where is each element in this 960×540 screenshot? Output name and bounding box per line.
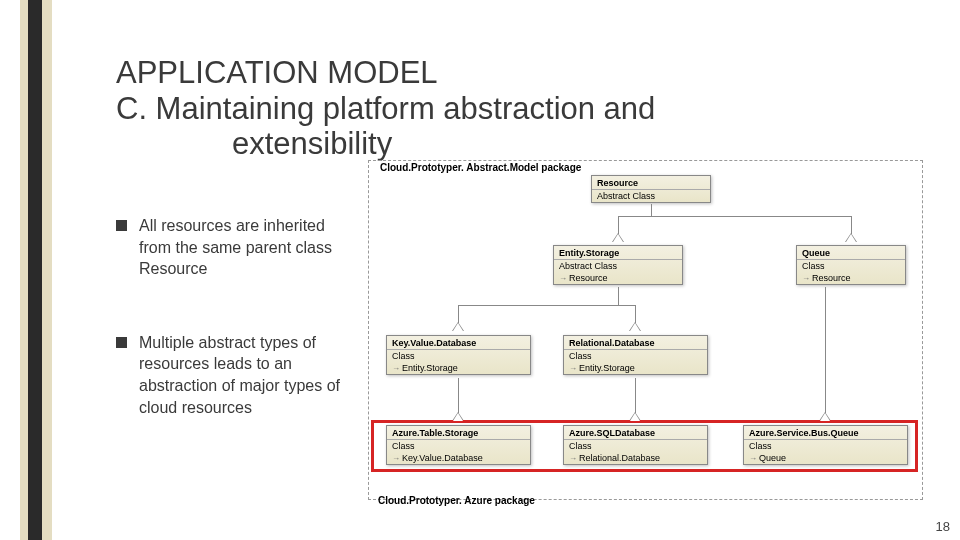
connector [635,305,636,323]
inheritance-arrow-icon [613,234,623,242]
node-name: Azure.Service.Bus.Queue [744,426,907,440]
connector [458,305,636,306]
node-meta: Class [797,260,905,272]
uml-node-entitystorage: Entity.Storage Abstract Class Resource [553,245,683,285]
node-name: Entity.Storage [554,246,682,260]
connector [825,287,826,413]
node-name: Resource [592,176,710,190]
connector [618,216,851,217]
uml-node-queue: Queue Class Resource [796,245,906,285]
node-meta: Class [564,350,707,362]
uml-node-azbus: Azure.Service.Bus.Queue Class Queue [743,425,908,465]
node-meta: Class [564,440,707,452]
connector [635,378,636,413]
connector [851,216,852,234]
connector [458,378,459,413]
uml-diagram: Cloud.Prototyper. Abstract.Model package… [368,160,928,510]
connector [651,204,652,216]
node-parent: Queue [744,452,907,464]
page-number: 18 [936,519,950,534]
node-parent: Entity.Storage [564,362,707,374]
node-meta: Class [387,350,530,362]
inheritance-arrow-icon [630,323,640,331]
node-name: Azure.SQLDatabase [564,426,707,440]
node-parent: Resource [797,272,905,284]
bullet-list: All resources are inherited from the sam… [116,160,354,510]
node-meta: Abstract Class [554,260,682,272]
sidebar-stripe [28,0,42,540]
uml-node-azsql: Azure.SQLDatabase Class Relational.Datab… [563,425,708,465]
title-line-2: C. Maintaining platform abstraction and [116,91,655,126]
connector [618,216,619,234]
inheritance-arrow-icon [453,413,463,421]
list-item: All resources are inherited from the sam… [116,215,354,280]
slide-body: All resources are inherited from the sam… [116,160,928,510]
list-item: Multiple abstract types of resources lea… [116,332,354,418]
uml-node-aztable: Azure.Table.Storage Class Key.Value.Data… [386,425,531,465]
node-meta: Class [744,440,907,452]
connector [618,287,619,305]
square-bullet-icon [116,337,127,348]
node-name: Queue [797,246,905,260]
node-parent: Resource [554,272,682,284]
node-name: Azure.Table.Storage [387,426,530,440]
node-name: Key.Value.Database [387,336,530,350]
node-meta: Abstract Class [592,190,710,202]
uml-node-relational: Relational.Database Class Entity.Storage [563,335,708,375]
title-line-3: extensibility [232,126,930,162]
node-parent: Entity.Storage [387,362,530,374]
inheritance-arrow-icon [630,413,640,421]
inheritance-arrow-icon [846,234,856,242]
slide-title: APPLICATION MODEL C. Maintaining platfor… [116,55,930,162]
bullet-text: All resources are inherited from the sam… [139,215,354,280]
uml-node-resource: Resource Abstract Class [591,175,711,203]
inheritance-arrow-icon [453,323,463,331]
node-parent: Key.Value.Database [387,452,530,464]
title-line-1: APPLICATION MODEL [116,55,438,90]
bullet-text: Multiple abstract types of resources lea… [139,332,354,418]
inheritance-arrow-icon [820,413,830,421]
node-name: Relational.Database [564,336,707,350]
package-label-bottom: Cloud.Prototyper. Azure package [378,495,535,506]
content-area: APPLICATION MODEL C. Maintaining platfor… [116,55,930,162]
connector [458,305,459,323]
node-meta: Class [387,440,530,452]
uml-node-keyvalue: Key.Value.Database Class Entity.Storage [386,335,531,375]
node-parent: Relational.Database [564,452,707,464]
package-label-top: Cloud.Prototyper. Abstract.Model package [380,162,581,173]
square-bullet-icon [116,220,127,231]
